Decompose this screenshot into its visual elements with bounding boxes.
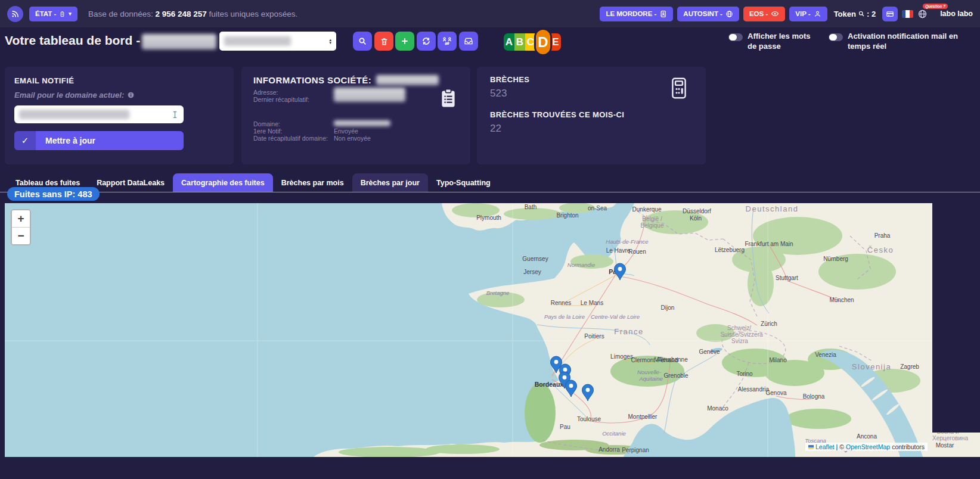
calculator-icon: [669, 76, 689, 100]
select-arrows-icon: ▴▾: [329, 38, 331, 44]
map-country-label: Belgique: [641, 222, 664, 229]
map-city-label: Mostar: [936, 442, 954, 449]
leaflet-map[interactable]: FranceDeutschlandČeskoSlovenija België /…: [5, 203, 980, 457]
breaches-card: BRÈCHES 523 BRÈCHES TROUVÉES CE MOIS-CI …: [477, 67, 706, 164]
map-city-label: Montpellier: [628, 413, 658, 420]
osm-link[interactable]: OpenStreetMap: [846, 443, 890, 450]
update-email-button[interactable]: ✓ Mettre à jour: [14, 131, 184, 150]
redacted-select-value: [224, 36, 291, 46]
transfer-domain-button[interactable]: [438, 32, 457, 51]
company-row-label: 1ere Notif:: [253, 127, 334, 135]
top-navbar: ÉTAT - ▾ Base de données: 2 956 248 257 …: [0, 0, 980, 27]
company-row-label: Domaine:: [253, 120, 334, 127]
map-city-label: Dunkerque: [632, 206, 662, 213]
map-city-label: München: [829, 297, 854, 303]
tab-breches-par-jour[interactable]: Brèches par jour: [352, 173, 428, 192]
company-row-label: Date récapitulatif domaine:: [253, 135, 334, 142]
map-country-label: Svizra: [731, 338, 748, 344]
company-row-label: Dernier récapitulatif:: [253, 96, 334, 103]
map-city-label: Le Havre: [606, 247, 631, 254]
breaches-month-title: BRÈCHES TROUVÉES CE MOIS-CI: [490, 110, 693, 119]
logged-user-label: labo labo: [940, 10, 973, 18]
autosint-button[interactable]: AUTOSINT -: [677, 7, 739, 21]
show-passwords-switch[interactable]: [728, 33, 743, 41]
map-city-label: Limoges: [610, 353, 633, 360]
leaflet-link[interactable]: Leaflet: [815, 443, 835, 450]
map-city-label: Bordeaux: [535, 381, 564, 388]
score-letter-d-active: D: [536, 30, 550, 54]
clipboard-icon: [59, 11, 66, 17]
map-region-label: Normandie: [567, 262, 595, 268]
map-region-label: Pays de la Loire: [544, 313, 585, 320]
map-city-label: on-Sea: [588, 205, 607, 211]
map-city-label: Lëtzebuerg: [715, 247, 745, 253]
realtime-mail-switch[interactable]: [829, 33, 843, 41]
company-row-value: Envoyée: [334, 127, 358, 135]
etat-dropdown-button[interactable]: ÉTAT - ▾: [29, 7, 77, 21]
redacted-domain-value: [334, 120, 390, 126]
search-button[interactable]: [353, 32, 372, 51]
rss-brand-icon[interactable]: [7, 6, 23, 22]
map-city-label: Praha: [874, 232, 891, 239]
tab-breches-par-mois[interactable]: Brèches par mois: [273, 173, 352, 192]
email-card-title: EMAIL NOTIFIÉ: [14, 76, 224, 85]
etat-label: ÉTAT -: [35, 10, 56, 17]
map-city-label: Poitiers: [584, 333, 604, 340]
map-city-label: Zagreb: [900, 363, 919, 370]
map-city-label: Villeurbanne: [655, 356, 688, 363]
page-title: Votre tableau de bord -: [5, 33, 140, 48]
company-info-card: INFORMATIONS SOCIÉTÉ: Adresse: Dernier r…: [241, 67, 470, 164]
info-icon[interactable]: [127, 91, 135, 99]
trash-icon: [380, 37, 389, 46]
map-country-label: Česko: [867, 245, 894, 254]
domain-select[interactable]: ▴▾: [219, 32, 336, 51]
tab-typo-squatting[interactable]: Typo-Squatting: [428, 173, 499, 192]
map-city-label: Plymouth: [476, 214, 501, 221]
email-input[interactable]: [14, 105, 184, 123]
map-country-label: Херцеговина: [932, 435, 968, 441]
score-letter-c: C: [525, 33, 536, 51]
refresh-button[interactable]: [417, 32, 436, 51]
score-letter-a: A: [504, 33, 514, 51]
map-city-label: Rouen: [628, 248, 646, 255]
delete-button[interactable]: [374, 32, 393, 51]
people-arrows-icon: [442, 36, 452, 46]
map-country-label: België /: [642, 216, 662, 222]
eye-icon: [771, 10, 779, 18]
tab-cartographie-des-fuites[interactable]: Cartographie des fuites: [173, 173, 273, 192]
billing-card-button[interactable]: [882, 7, 898, 21]
map-zoom-control: + −: [11, 209, 31, 245]
question-badge[interactable]: Question ?: [923, 4, 948, 9]
map-region-label: Occitanie: [602, 430, 626, 437]
french-flag-icon[interactable]: [902, 10, 913, 18]
zoom-out-button[interactable]: −: [12, 228, 30, 244]
add-button[interactable]: [395, 32, 414, 51]
zoom-in-button[interactable]: +: [12, 210, 30, 228]
leaks-without-ip-badge: Fuites sans IP: 483: [7, 187, 100, 201]
map-city-label: Monaco: [707, 405, 728, 412]
language-globe-button[interactable]: Question ?: [917, 9, 928, 19]
map-city-label: Toulouse: [577, 416, 601, 422]
redacted-domain-name: [142, 34, 216, 49]
email-card-subtitle: Email pour le domaine actuel:: [14, 91, 124, 99]
map-city-label: Genève: [699, 349, 720, 355]
dashboard-tabs: Tableau des fuites Rapport DataLeaks Car…: [0, 173, 980, 192]
le-mordore-button[interactable]: LE MORDORE -: [600, 7, 673, 21]
redacted-email-value: [19, 110, 129, 119]
map-country-label: Suisse/Svizzera: [720, 331, 763, 338]
tab-rapport-dataleaks[interactable]: Rapport DataLeaks: [88, 173, 173, 192]
breaches-title: BRÈCHES: [490, 75, 693, 84]
eos-button[interactable]: EOS -: [743, 7, 785, 21]
inbox-button[interactable]: [459, 32, 478, 51]
email-notified-card: EMAIL NOTIFIÉ Email pour le domaine actu…: [5, 67, 234, 164]
map-region-label: Aquitaine: [638, 375, 663, 382]
map-city-label: Zürich: [761, 321, 777, 327]
map-city-label: Rennes: [551, 300, 571, 306]
map-region-label: Nouvelle-: [637, 369, 661, 375]
map-city-label: Torino: [736, 371, 753, 377]
vip-button[interactable]: VIP -: [789, 7, 827, 21]
map-city-label: Venezia: [815, 352, 836, 358]
map-city-label: Dijon: [661, 304, 675, 311]
map-country-label: Schweiz/: [727, 325, 751, 331]
token-counter: Token : 2: [834, 10, 876, 18]
